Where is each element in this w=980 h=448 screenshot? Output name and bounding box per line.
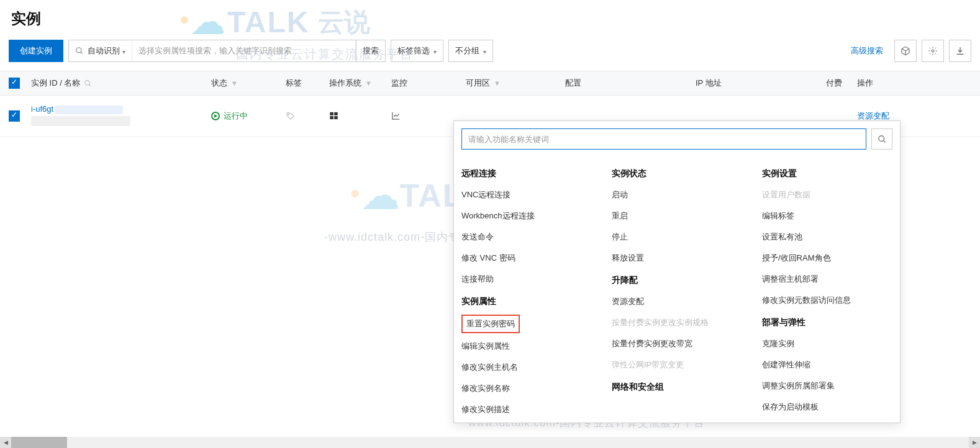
group-select-label: 不分组 bbox=[455, 45, 479, 56]
create-instance-button[interactable]: 创建实例 bbox=[9, 40, 63, 62]
svg-line-1 bbox=[81, 52, 83, 54]
svg-line-4 bbox=[89, 84, 91, 86]
tag-filter-label: 标签筛选 bbox=[397, 45, 430, 56]
svg-point-5 bbox=[288, 114, 289, 115]
panel-item[interactable]: 按量付费实例更改带宽 bbox=[612, 333, 745, 354]
svg-point-2 bbox=[932, 50, 934, 52]
scroll-right-button[interactable]: ▶ bbox=[969, 437, 980, 448]
advanced-search-link[interactable]: 高级搜索 bbox=[845, 45, 889, 56]
status-text: 运行中 bbox=[224, 110, 248, 122]
col-zone: 可用区▼ bbox=[466, 78, 565, 89]
svg-rect-7 bbox=[334, 112, 338, 115]
panel-item[interactable]: 修改 VNC 密码 bbox=[461, 248, 594, 269]
cell-status: 运行中 bbox=[211, 110, 286, 122]
panel-item[interactable]: 修改实例名称 bbox=[461, 378, 594, 399]
tag-icon[interactable] bbox=[286, 111, 296, 121]
panel-group-title: 升降配 bbox=[612, 269, 745, 291]
search-button[interactable]: 搜索 bbox=[356, 40, 385, 61]
cell-id: i-uf6gt bbox=[31, 104, 211, 128]
panel-item[interactable]: 发送命令 bbox=[461, 226, 594, 248]
select-all-checkbox[interactable] bbox=[9, 78, 20, 89]
svg-point-10 bbox=[878, 135, 884, 141]
panel-item[interactable]: 修改实例元数据访问信息 bbox=[762, 290, 895, 311]
panel-item[interactable]: 释放设置 bbox=[612, 248, 745, 269]
svg-line-11 bbox=[883, 140, 885, 142]
panel-item-reset-password[interactable]: 重置实例密码 bbox=[461, 315, 520, 333]
toolbar: 创建实例 自动识别 选择实例属性项搜索，输入关键字识别搜索 搜索 标签筛选 不分… bbox=[0, 36, 980, 71]
col-os: 操作系统▼ bbox=[329, 78, 391, 89]
panel-item[interactable]: 保存为启动模板 bbox=[762, 396, 895, 418]
panel-item[interactable]: Workbench远程连接 bbox=[461, 205, 594, 226]
tag-filter-dropdown[interactable]: 标签筛选 bbox=[391, 40, 443, 62]
panel-search-input[interactable] bbox=[461, 128, 866, 150]
cell-os bbox=[329, 111, 391, 120]
col-tag: 标签 bbox=[286, 78, 329, 89]
panel-item-disabled: 设置用户数据 bbox=[762, 184, 895, 205]
windows-icon bbox=[329, 111, 338, 120]
panel-item[interactable]: 授予/收回RAM角色 bbox=[762, 248, 895, 269]
row-checkbox[interactable] bbox=[9, 110, 20, 122]
search-icon[interactable] bbox=[84, 79, 92, 87]
download-icon-button[interactable] bbox=[949, 40, 971, 62]
redacted bbox=[31, 116, 130, 126]
panel-group-title: 实例设置 bbox=[762, 162, 895, 184]
panel-group-title: 远程连接 bbox=[461, 162, 594, 184]
search-placeholder: 选择实例属性项搜索，输入关键字识别搜索 bbox=[138, 45, 292, 56]
cell-mon bbox=[391, 111, 466, 120]
panel-col-1: 远程连接 VNC远程连接 Workbench远程连接 发送命令 修改 VNC 密… bbox=[461, 162, 594, 416]
panel-search-button[interactable] bbox=[871, 128, 892, 150]
svg-rect-6 bbox=[330, 112, 333, 115]
panel-item[interactable]: 克隆实例 bbox=[762, 333, 895, 354]
cube-icon-button[interactable] bbox=[894, 40, 917, 62]
scroll-thumb[interactable] bbox=[11, 437, 67, 448]
col-id: 实例 ID / 名称 bbox=[31, 78, 211, 89]
search-icon bbox=[75, 47, 84, 55]
chevron-down-icon bbox=[430, 47, 437, 56]
panel-group-title: 网络和安全组 bbox=[612, 375, 745, 398]
scroll-left-button[interactable]: ◀ bbox=[0, 437, 11, 448]
panel-group-title: 部署与弹性 bbox=[762, 311, 895, 333]
panel-item[interactable]: 重启 bbox=[612, 205, 745, 226]
panel-item[interactable]: 资源变配 bbox=[612, 291, 745, 312]
panel-item[interactable]: 停止 bbox=[612, 226, 745, 248]
panel-item-disabled: 弹性公网IP带宽变更 bbox=[612, 354, 745, 375]
panel-item[interactable]: 编辑实例属性 bbox=[461, 336, 594, 357]
search-group: 自动识别 选择实例属性项搜索，输入关键字识别搜索 搜索 bbox=[68, 40, 386, 62]
instance-id-link[interactable]: i-uf6gt bbox=[31, 104, 53, 114]
chevron-down-icon bbox=[479, 47, 486, 56]
search-input-wrap[interactable]: 选择实例属性项搜索，输入关键字识别搜索 bbox=[132, 40, 356, 61]
svg-point-0 bbox=[76, 48, 81, 53]
filter-icon[interactable]: ▼ bbox=[365, 79, 372, 87]
panel-item[interactable]: 调整实例所属部署集 bbox=[762, 375, 895, 396]
panel-group-title: 实例状态 bbox=[612, 162, 745, 184]
panel-item[interactable]: 启动 bbox=[612, 184, 745, 205]
horizontal-scrollbar[interactable]: ◀ ▶ bbox=[0, 437, 980, 448]
auto-detect-dropdown[interactable]: 自动识别 bbox=[69, 40, 132, 61]
col-ip: IP 地址 bbox=[696, 78, 826, 89]
chart-icon[interactable] bbox=[391, 111, 401, 120]
filter-icon[interactable]: ▼ bbox=[494, 79, 501, 87]
panel-item[interactable]: 调整宿主机部署 bbox=[762, 269, 895, 290]
group-select-dropdown[interactable]: 不分组 bbox=[448, 40, 493, 62]
panel-item[interactable]: 修改实例描述 bbox=[461, 399, 594, 420]
gear-icon-button[interactable] bbox=[922, 40, 944, 62]
table-header: 实例 ID / 名称 状态▼ 标签 操作系统▼ 监控 可用区▼ 配置 IP 地址… bbox=[0, 71, 980, 96]
auto-detect-label: 自动识别 bbox=[88, 45, 120, 56]
panel-item[interactable]: 设置私有池 bbox=[762, 226, 895, 248]
page-title: 实例 bbox=[0, 0, 980, 36]
panel-item[interactable]: VNC远程连接 bbox=[461, 184, 594, 205]
col-mon: 监控 bbox=[391, 78, 466, 89]
col-pay: 付费 bbox=[826, 78, 857, 89]
panel-item[interactable]: 创建弹性伸缩 bbox=[762, 354, 895, 375]
panel-group-title: 实例属性 bbox=[461, 290, 594, 312]
panel-item[interactable]: 编辑标签 bbox=[762, 205, 895, 226]
cell-tag bbox=[286, 111, 329, 121]
panel-item[interactable]: 修改实例主机名 bbox=[461, 357, 594, 378]
panel-body[interactable]: 远程连接 VNC远程连接 Workbench远程连接 发送命令 修改 VNC 密… bbox=[454, 156, 900, 423]
col-act: 操作 bbox=[857, 78, 971, 89]
panel-col-2: 实例状态 启动 重启 停止 释放设置 升降配 资源变配 按量付费实例更改实例规格… bbox=[612, 162, 745, 416]
svg-point-3 bbox=[85, 80, 90, 85]
chevron-down-icon bbox=[120, 47, 125, 56]
filter-icon[interactable]: ▼ bbox=[231, 79, 238, 87]
panel-item[interactable]: 连接帮助 bbox=[461, 269, 594, 290]
